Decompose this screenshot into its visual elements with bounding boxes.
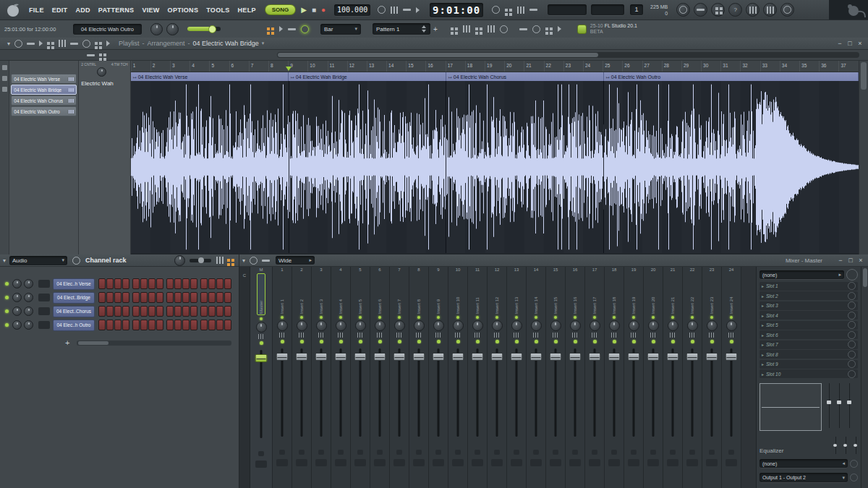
insert-volume-fader[interactable] — [409, 347, 428, 438]
step-cell[interactable] — [132, 320, 140, 330]
draw-tool-icon[interactable] — [27, 43, 35, 45]
insert-select-pad[interactable] — [530, 459, 542, 466]
insert-select-pad[interactable] — [354, 459, 366, 466]
step-cell[interactable] — [148, 306, 156, 317]
insert-mute-led[interactable] — [515, 340, 519, 343]
mixer-insert-strip[interactable]: 19 Insert 19 — [624, 267, 644, 488]
insert-select-pad[interactable] — [569, 459, 581, 466]
menu-item[interactable]: TOOLS — [206, 7, 229, 14]
mute-tool-icon[interactable] — [59, 40, 66, 47]
grid-color-icon[interactable] — [99, 53, 102, 56]
step-cell[interactable] — [190, 292, 197, 303]
step-cell[interactable] — [140, 320, 148, 330]
slot-mix-knob[interactable] — [848, 341, 856, 348]
track-name[interactable]: Electric Wah — [81, 80, 128, 87]
insert-fx-indicator[interactable] — [572, 450, 578, 455]
insert-mute-led[interactable] — [554, 340, 558, 343]
select-tool-icon[interactable] — [82, 40, 90, 48]
insert-enable-led[interactable] — [652, 316, 655, 319]
fx-slot[interactable]: ▸ Slot 6 — [760, 330, 858, 339]
insert-enable-led[interactable] — [320, 316, 323, 319]
insert-fx-indicator[interactable] — [670, 450, 676, 455]
step-cell[interactable] — [182, 320, 190, 330]
insert-mute-led[interactable] — [437, 340, 441, 343]
insert-select-pad[interactable] — [647, 459, 659, 466]
step-cell[interactable] — [216, 320, 224, 330]
insert-enable-led[interactable] — [476, 316, 479, 319]
insert-enable-led[interactable] — [535, 316, 537, 319]
insert-pan-knob[interactable] — [336, 320, 346, 331]
insert-stereo-separation-icon[interactable] — [670, 333, 676, 338]
insert-enable-led[interactable] — [417, 316, 420, 319]
shuffle-slider[interactable] — [187, 27, 221, 31]
plugin-picker-icon[interactable] — [532, 25, 540, 33]
insert-mute-led[interactable] — [593, 340, 597, 343]
insert-select-pad[interactable] — [628, 459, 639, 466]
mixer-insert-strip[interactable]: 22 Insert 22 — [683, 267, 702, 488]
channel-rack-scrollbar[interactable] — [77, 341, 231, 346]
rack-swing-slider[interactable] — [190, 259, 211, 262]
graph-editor-icon[interactable] — [216, 257, 224, 264]
master-volume-fader[interactable] — [250, 348, 272, 440]
insert-enable-led[interactable] — [613, 316, 616, 319]
slot-mix-knob[interactable] — [848, 282, 856, 290]
touch-controller-icon[interactable] — [545, 27, 548, 30]
playback-follow-icon[interactable] — [279, 26, 283, 32]
paint-tool-icon[interactable] — [39, 40, 43, 46]
insert-volume-fader[interactable] — [488, 347, 506, 438]
insert-select-pad[interactable] — [374, 459, 386, 466]
fx-slot[interactable]: ▸ Slot 8 — [760, 350, 858, 359]
insert-pan-knob[interactable] — [433, 320, 444, 331]
menu-item[interactable]: EDIT — [52, 7, 68, 14]
clip-menu-icon[interactable]: ↦ — [291, 74, 294, 80]
insert-select-pad[interactable] — [296, 459, 307, 466]
playlist-shortcut-icon[interactable] — [451, 27, 454, 30]
channel-rack-menu-icon[interactable]: ▾ — [3, 257, 6, 264]
mixer-insert-strip[interactable]: 7 Insert 7 — [390, 267, 409, 488]
insert-pan-knob[interactable] — [492, 320, 503, 331]
zoom-tool-icon[interactable] — [95, 42, 98, 45]
mixer-insert-strip[interactable]: 23 Insert 23 — [702, 267, 722, 488]
fx-slot[interactable]: ▸ Slot 2 — [760, 291, 858, 300]
insert-volume-fader[interactable] — [702, 347, 721, 438]
audio-clip-header[interactable]: ↦ 04 Electric Wah Outro — [604, 72, 859, 81]
insert-volume-fader[interactable] — [292, 347, 311, 438]
keyboard-editor-icon[interactable] — [227, 259, 230, 262]
multilink-controllers-icon[interactable] — [301, 25, 309, 33]
step-cell[interactable] — [208, 278, 216, 289]
render-icon[interactable] — [558, 26, 561, 32]
insert-enable-led[interactable] — [456, 316, 459, 319]
fl-logo-icon[interactable] — [4, 3, 23, 17]
playlist-vertical-scrollbar[interactable] — [859, 61, 868, 255]
mixer-insert-strip[interactable]: 2 Insert 2 — [292, 267, 312, 488]
insert-fx-indicator[interactable] — [631, 450, 637, 455]
mixer-insert-strip[interactable]: 11 Insert 11 — [468, 267, 488, 488]
insert-enable-led[interactable] — [593, 316, 596, 319]
menu-item[interactable]: ADD — [75, 7, 90, 14]
channel-volume-knob[interactable] — [24, 320, 33, 330]
step-cell[interactable] — [208, 306, 216, 317]
insert-fx-indicator[interactable] — [396, 450, 402, 455]
insert-mute-led[interactable] — [652, 340, 655, 343]
insert-mute-led[interactable] — [495, 340, 499, 343]
detach-icon[interactable] — [250, 257, 258, 265]
insert-select-pad[interactable] — [550, 459, 561, 466]
insert-pan-knob[interactable] — [316, 320, 327, 331]
blend-recording-icon[interactable] — [403, 9, 411, 11]
step-cell[interactable] — [156, 306, 163, 317]
insert-fx-indicator[interactable] — [689, 450, 695, 455]
step-cell[interactable] — [140, 292, 148, 303]
insert-stereo-separation-icon[interactable] — [299, 333, 305, 338]
step-cell[interactable] — [140, 306, 148, 317]
insert-mute-led[interactable] — [632, 340, 636, 343]
insert-mute-led[interactable] — [281, 340, 284, 343]
insert-enable-led[interactable] — [632, 316, 635, 319]
insert-fx-indicator[interactable] — [377, 450, 383, 455]
step-cell[interactable] — [200, 306, 208, 317]
step-cell[interactable] — [166, 320, 174, 330]
insert-mute-led[interactable] — [535, 340, 538, 343]
playback-tool-icon[interactable] — [106, 40, 110, 46]
extra-slot-knob[interactable] — [850, 460, 858, 468]
insert-fx-indicator[interactable] — [279, 450, 285, 455]
insert-volume-fader[interactable] — [448, 347, 467, 438]
